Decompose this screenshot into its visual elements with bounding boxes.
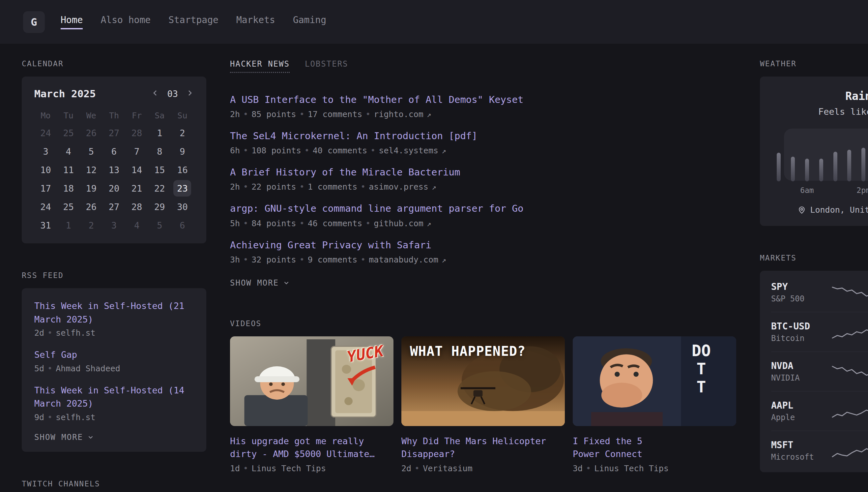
right-column: WEATHER Rain Feels like 11°C 6am 2pm 12°… [760,59,868,492]
calendar-day[interactable]: 31 [34,217,57,233]
calendar-day[interactable]: 24 [34,198,57,215]
calendar-day[interactable]: 8 [148,143,171,159]
nav-tab-startpage[interactable]: Startpage [168,15,218,29]
video-thumbnail[interactable]: YUCK [230,336,393,426]
calendar-weekday: Su [171,108,194,123]
video-age: 1d [230,464,240,473]
calendar-day[interactable]: 20 [103,180,125,197]
news-title-link[interactable]: Achieving Great Privacy with Safari [230,239,736,252]
calendar-weekday: Mo [34,108,57,123]
calendar-day[interactable]: 28 [126,125,148,141]
weather-bar [791,157,795,181]
news-tab-lobsters[interactable]: LOBSTERS [305,59,348,73]
market-row[interactable]: NVDANVIDIA-0.70%$117.70 [771,351,868,391]
video-thumbnail[interactable]: DO T T [573,336,736,426]
news-title-link[interactable]: argp: GNU-style command line argument pa… [230,202,736,215]
news-source-link[interactable]: asimov.press [369,182,428,192]
calendar-day[interactable]: 3 [34,143,57,159]
nav-tab-home[interactable]: Home [61,15,83,29]
video-title-link[interactable]: His upgrade got me reallydirty - AMD $50… [230,435,393,460]
calendar-day[interactable]: 3 [103,217,125,233]
video-thumbnail-text: DO T T [687,342,715,396]
market-row[interactable]: SPYS&P 500-0.27%$563.98 [771,273,868,312]
rss-card: This Week in Self-Hosted (21 March 2025)… [22,288,206,452]
nav-tab-also-home[interactable]: Also home [101,15,151,29]
calendar-day[interactable]: 28 [126,198,148,215]
calendar-day[interactable]: 1 [57,217,80,233]
calendar-day[interactable]: 6 [103,143,125,159]
rss-item-link[interactable]: This Week in Self-Hosted (21 March 2025) [34,299,194,326]
rss-show-more-button[interactable]: SHOW MORE [34,433,194,442]
calendar-day[interactable]: 26 [80,125,103,141]
calendar-day[interactable]: 29 [148,198,171,215]
markets-list: SPYS&P 500-0.27%$563.98BTC-USDBitcoin+1.… [760,271,868,472]
calendar-day[interactable]: 21 [126,180,148,197]
calendar-day[interactable]: 17 [34,180,57,197]
top-nav: G HomeAlso homeStartpageMarketsGaming [0,0,868,44]
news-source-link[interactable]: sel4.systems [379,146,438,155]
calendar-day[interactable]: 6 [171,217,194,233]
calendar-next-icon[interactable] [186,89,194,98]
calendar-day[interactable]: 10 [34,162,57,178]
weather-time-label [814,181,828,195]
calendar-day[interactable]: 11 [57,162,80,178]
market-name: Microsoft [771,452,825,462]
nav-tab-gaming[interactable]: Gaming [293,15,326,29]
video-thumbnail[interactable]: WHAT HAPPENED? [401,336,565,426]
calendar-day[interactable]: 5 [148,217,171,233]
calendar-day[interactable]: 5 [80,143,103,159]
calendar-day[interactable]: 25 [57,198,80,215]
news-source-link[interactable]: github.com [374,219,423,228]
weather-feels-like: Feels like 11°C [772,106,868,117]
video-card: WHAT HAPPENED?Why Did The Mars Helicopte… [401,336,565,473]
market-row[interactable]: BTC-USDBitcoin+1.39%$84,999.29 [771,312,868,351]
calendar-day[interactable]: 7 [126,143,148,159]
calendar-day[interactable]: 4 [126,217,148,233]
news-source-link[interactable]: righto.com [374,109,423,119]
calendar-day[interactable]: 22 [148,180,171,197]
calendar-day[interactable]: 2 [80,217,103,233]
rss-item-link[interactable]: This Week in Self-Hosted (14 March 2025) [34,384,194,411]
news-item-age: 5h [230,219,240,228]
market-row[interactable]: MSFTMicrosoft+1.14%$391.26 [771,430,868,470]
calendar-day[interactable]: 18 [57,180,80,197]
rss-item-link[interactable]: Self Gap [34,348,194,362]
calendar-day[interactable]: 26 [80,198,103,215]
market-ticker: SPY [771,281,825,292]
nav-tab-markets[interactable]: Markets [236,15,275,29]
calendar-day[interactable]: 12 [80,162,103,178]
calendar-day[interactable]: 19 [80,180,103,197]
video-title-link[interactable]: Why Did The Mars HelicopterDisappear? [401,435,565,460]
calendar-day[interactable]: 2 [171,125,194,141]
calendar-prev-icon[interactable] [151,89,159,98]
calendar-day[interactable]: 14 [126,162,148,178]
news-title-link[interactable]: The SeL4 Microkernel: An Introduction [p… [230,130,736,143]
news-item-points: 32 points [252,255,296,265]
calendar-day[interactable]: 9 [171,143,194,159]
calendar-day[interactable]: 16 [171,162,194,178]
news-title-link[interactable]: A USB Interface to the "Mother of All De… [230,93,736,106]
app-logo[interactable]: G [23,11,45,33]
calendar-day[interactable]: 24 [34,125,57,141]
calendar-day[interactable]: 27 [103,198,125,215]
weather-bar [805,158,809,181]
news-item-points: 85 points [252,109,296,119]
calendar-day[interactable]: 4 [57,143,80,159]
weather-chart: 6am 2pm 12° 10pm [772,132,868,195]
news-title-link[interactable]: A Brief History of the Miracle Bacterium [230,166,736,179]
calendar-day[interactable]: 27 [103,125,125,141]
calendar-day[interactable]: 30 [171,198,194,215]
weather-time-label [772,181,786,195]
news-source-link[interactable]: matanabudy.com [369,255,438,265]
market-row[interactable]: AAPLApple+1.95%$218.27 [771,391,868,430]
weather-bar [847,150,851,181]
calendar-day[interactable]: 15 [148,162,171,178]
news-show-more-button[interactable]: SHOW MORE [230,278,736,288]
calendar-card: March 2025 03 MoTuWeThFrSaSu242526272812… [22,76,206,243]
video-title-link[interactable]: I Fixed the 5Power Connect [573,435,736,460]
calendar-day[interactable]: 13 [103,162,125,178]
news-tab-hacker-news[interactable]: HACKER NEWS [230,59,290,73]
calendar-day[interactable]: 25 [57,125,80,141]
calendar-day[interactable]: 1 [148,125,171,141]
calendar-day[interactable]: 23 [171,180,194,197]
